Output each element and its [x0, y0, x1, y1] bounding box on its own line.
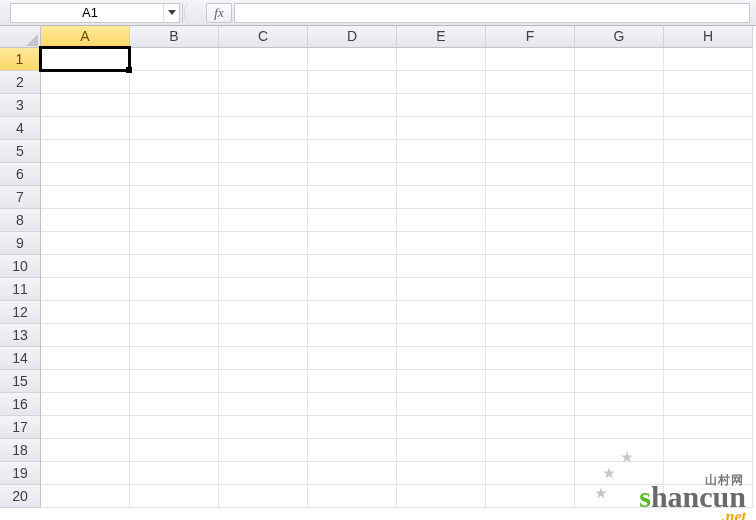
cell-C17[interactable]	[219, 416, 308, 439]
cell-A16[interactable]	[41, 393, 130, 416]
cell-E7[interactable]	[397, 186, 486, 209]
cell-B12[interactable]	[130, 301, 219, 324]
cell-G13[interactable]	[575, 324, 664, 347]
cell-F8[interactable]	[486, 209, 575, 232]
cell-B1[interactable]	[130, 48, 219, 71]
cell-C5[interactable]	[219, 140, 308, 163]
cell-E8[interactable]	[397, 209, 486, 232]
cell-F18[interactable]	[486, 439, 575, 462]
formula-input[interactable]	[234, 3, 750, 23]
row-header-1[interactable]: 1	[0, 48, 41, 71]
cell-H6[interactable]	[664, 163, 753, 186]
column-header-G[interactable]: G	[575, 26, 664, 48]
cell-D4[interactable]	[308, 117, 397, 140]
cell-G6[interactable]	[575, 163, 664, 186]
cell-B10[interactable]	[130, 255, 219, 278]
column-header-B[interactable]: B	[130, 26, 219, 48]
cell-H13[interactable]	[664, 324, 753, 347]
cell-H4[interactable]	[664, 117, 753, 140]
cell-D6[interactable]	[308, 163, 397, 186]
cell-H9[interactable]	[664, 232, 753, 255]
row-header-2[interactable]: 2	[0, 71, 41, 94]
cell-D9[interactable]	[308, 232, 397, 255]
cell-H18[interactable]	[664, 439, 753, 462]
cell-G8[interactable]	[575, 209, 664, 232]
cell-G11[interactable]	[575, 278, 664, 301]
cell-B14[interactable]	[130, 347, 219, 370]
cell-G10[interactable]	[575, 255, 664, 278]
cell-B5[interactable]	[130, 140, 219, 163]
cell-H5[interactable]	[664, 140, 753, 163]
cell-A6[interactable]	[41, 163, 130, 186]
cell-B11[interactable]	[130, 278, 219, 301]
cell-D7[interactable]	[308, 186, 397, 209]
cell-H14[interactable]	[664, 347, 753, 370]
cell-G12[interactable]	[575, 301, 664, 324]
cell-A4[interactable]	[41, 117, 130, 140]
cell-G5[interactable]	[575, 140, 664, 163]
cell-A1[interactable]	[41, 48, 130, 71]
cell-G15[interactable]	[575, 370, 664, 393]
cell-E17[interactable]	[397, 416, 486, 439]
cell-E1[interactable]	[397, 48, 486, 71]
cell-D5[interactable]	[308, 140, 397, 163]
cell-C14[interactable]	[219, 347, 308, 370]
cell-A9[interactable]	[41, 232, 130, 255]
cell-C3[interactable]	[219, 94, 308, 117]
cell-E11[interactable]	[397, 278, 486, 301]
row-header-6[interactable]: 6	[0, 163, 41, 186]
cell-F19[interactable]	[486, 462, 575, 485]
cell-C15[interactable]	[219, 370, 308, 393]
cell-D20[interactable]	[308, 485, 397, 508]
cell-D8[interactable]	[308, 209, 397, 232]
cell-D1[interactable]	[308, 48, 397, 71]
cell-C11[interactable]	[219, 278, 308, 301]
cell-B19[interactable]	[130, 462, 219, 485]
cell-F3[interactable]	[486, 94, 575, 117]
cell-G19[interactable]	[575, 462, 664, 485]
cell-B15[interactable]	[130, 370, 219, 393]
cell-F9[interactable]	[486, 232, 575, 255]
cell-D10[interactable]	[308, 255, 397, 278]
cell-F2[interactable]	[486, 71, 575, 94]
cell-G9[interactable]	[575, 232, 664, 255]
cell-E5[interactable]	[397, 140, 486, 163]
row-header-4[interactable]: 4	[0, 117, 41, 140]
cell-B3[interactable]	[130, 94, 219, 117]
cell-C16[interactable]	[219, 393, 308, 416]
cell-H2[interactable]	[664, 71, 753, 94]
row-header-3[interactable]: 3	[0, 94, 41, 117]
cell-B7[interactable]	[130, 186, 219, 209]
cell-F5[interactable]	[486, 140, 575, 163]
cell-B4[interactable]	[130, 117, 219, 140]
cell-H11[interactable]	[664, 278, 753, 301]
cell-F20[interactable]	[486, 485, 575, 508]
column-header-C[interactable]: C	[219, 26, 308, 48]
cell-G4[interactable]	[575, 117, 664, 140]
cell-A7[interactable]	[41, 186, 130, 209]
cell-A8[interactable]	[41, 209, 130, 232]
cell-F17[interactable]	[486, 416, 575, 439]
cell-F6[interactable]	[486, 163, 575, 186]
cell-D17[interactable]	[308, 416, 397, 439]
cell-D12[interactable]	[308, 301, 397, 324]
cell-G3[interactable]	[575, 94, 664, 117]
name-box-dropdown[interactable]	[163, 4, 179, 22]
cell-E6[interactable]	[397, 163, 486, 186]
row-header-18[interactable]: 18	[0, 439, 41, 462]
row-header-14[interactable]: 14	[0, 347, 41, 370]
cell-H17[interactable]	[664, 416, 753, 439]
cell-H20[interactable]	[664, 485, 753, 508]
cell-D11[interactable]	[308, 278, 397, 301]
cell-D16[interactable]	[308, 393, 397, 416]
cell-B8[interactable]	[130, 209, 219, 232]
cell-G20[interactable]	[575, 485, 664, 508]
cell-A19[interactable]	[41, 462, 130, 485]
cell-D19[interactable]	[308, 462, 397, 485]
cell-A11[interactable]	[41, 278, 130, 301]
cell-E19[interactable]	[397, 462, 486, 485]
cell-B20[interactable]	[130, 485, 219, 508]
cell-A15[interactable]	[41, 370, 130, 393]
cell-F12[interactable]	[486, 301, 575, 324]
row-header-20[interactable]: 20	[0, 485, 41, 508]
